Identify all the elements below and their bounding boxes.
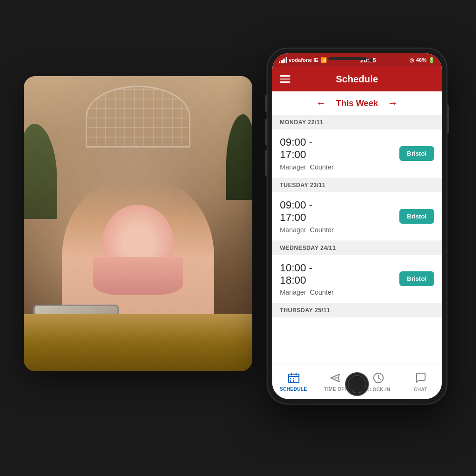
svg-rect-6 — [290, 380, 291, 382]
speaker-grille — [328, 57, 367, 60]
schedule-item-wednesday[interactable]: 10:00 - 18:00 Manager Counter Bristol — [272, 255, 442, 304]
plant-right — [226, 114, 252, 200]
prev-week-button[interactable]: ← — [316, 97, 327, 109]
nav-item-schedule[interactable]: SCHEDULE — [272, 373, 315, 392]
menu-button[interactable] — [280, 75, 290, 83]
time-wednesday-end: 18:00 — [280, 274, 334, 287]
svg-rect-5 — [293, 378, 294, 379]
role-tuesday: Manager — [280, 226, 306, 234]
role-monday: Manager — [280, 163, 306, 171]
nav-label-chat: CHAT — [414, 387, 427, 392]
status-left: vodafone IE 📶 — [279, 57, 327, 63]
clock-icon — [373, 372, 384, 386]
volume-up-button — [265, 119, 267, 145]
background-photo — [24, 76, 252, 371]
day-header-thursday: THURSDAY 25/11 — [272, 303, 442, 317]
dept-tuesday: Counter — [310, 226, 334, 234]
scene: vodafone IE 📶 20:15 ◎ 46% 🔋 Schedule — [0, 0, 476, 476]
camera — [369, 58, 373, 62]
nav-label-schedule: SCHEDULE — [280, 387, 307, 392]
schedule-meta-tuesday: Manager Counter — [280, 226, 334, 234]
wifi-icon: 📶 — [320, 57, 327, 63]
plant-left — [24, 124, 57, 219]
nav-label-timeoff: TIME OFF — [324, 387, 347, 392]
location-icon: ◎ — [409, 57, 414, 63]
schedule-meta-wednesday: Manager Counter — [280, 288, 334, 296]
table-surface — [24, 314, 252, 371]
schedule-item-tuesday[interactable]: 09:00 - 17:00 Manager Counter Bristol — [272, 192, 442, 241]
day-header-tuesday: TUESDAY 23/11 — [272, 178, 442, 192]
location-badge-tuesday[interactable]: Bristol — [399, 209, 434, 224]
time-monday-start: 09:00 - — [280, 136, 334, 149]
status-right: ◎ 46% 🔋 — [409, 57, 435, 63]
svg-rect-4 — [290, 378, 291, 379]
next-week-button[interactable]: → — [387, 97, 398, 109]
header-title: Schedule — [290, 74, 424, 85]
status-bar: vodafone IE 📶 20:15 ◎ 46% 🔋 — [272, 53, 442, 67]
dept-monday: Counter — [310, 163, 334, 171]
week-navigation: ← This Week → — [272, 91, 442, 115]
nav-item-chat[interactable]: CHAT — [399, 372, 442, 392]
power-button — [447, 105, 449, 133]
phone-device: vodafone IE 📶 20:15 ◎ 46% 🔋 Schedule — [267, 48, 447, 405]
nav-label-clockin: CLOCK-IN — [366, 387, 390, 392]
location-badge-wednesday[interactable]: Bristol — [399, 271, 434, 286]
carrier-name: vodafone IE — [289, 57, 318, 63]
role-wednesday: Manager — [280, 288, 306, 296]
current-week-label: This Week — [336, 99, 378, 109]
day-header-wednesday: WEDNESDAY 24/11 — [272, 241, 442, 255]
schedule-icon — [288, 373, 299, 385]
mute-button — [265, 95, 267, 112]
time-tuesday-end: 17:00 — [280, 211, 334, 224]
battery-icon: 🔋 — [428, 57, 435, 63]
signal-icon — [279, 57, 287, 63]
home-button[interactable] — [345, 372, 369, 396]
time-wednesday-start: 10:00 - — [280, 262, 334, 274]
hijab — [102, 205, 174, 281]
plane-icon — [330, 373, 342, 385]
app-header: Schedule — [272, 67, 442, 91]
svg-line-11 — [378, 378, 380, 379]
location-badge-monday[interactable]: Bristol — [399, 146, 434, 161]
volume-down-button — [265, 150, 267, 176]
schedule-content: MONDAY 22/11 09:00 - 17:00 Manager Count… — [272, 115, 442, 317]
dome-decoration — [86, 86, 190, 148]
time-monday-end: 17:00 — [280, 149, 334, 161]
schedule-left-monday: 09:00 - 17:00 Manager Counter — [280, 136, 334, 171]
person-head — [105, 205, 171, 281]
battery-percent: 46% — [416, 57, 426, 63]
time-tuesday-start: 09:00 - — [280, 199, 334, 211]
chat-icon — [415, 372, 426, 386]
schedule-left-tuesday: 09:00 - 17:00 Manager Counter — [280, 199, 334, 234]
phone-screen: vodafone IE 📶 20:15 ◎ 46% 🔋 Schedule — [272, 53, 442, 399]
schedule-left-wednesday: 10:00 - 18:00 Manager Counter — [280, 262, 334, 297]
dept-wednesday: Counter — [310, 288, 334, 296]
svg-rect-7 — [293, 380, 294, 382]
schedule-meta-monday: Manager Counter — [280, 163, 334, 171]
day-header-monday: MONDAY 22/11 — [272, 115, 442, 129]
schedule-item-monday[interactable]: 09:00 - 17:00 Manager Counter Bristol — [272, 129, 442, 178]
